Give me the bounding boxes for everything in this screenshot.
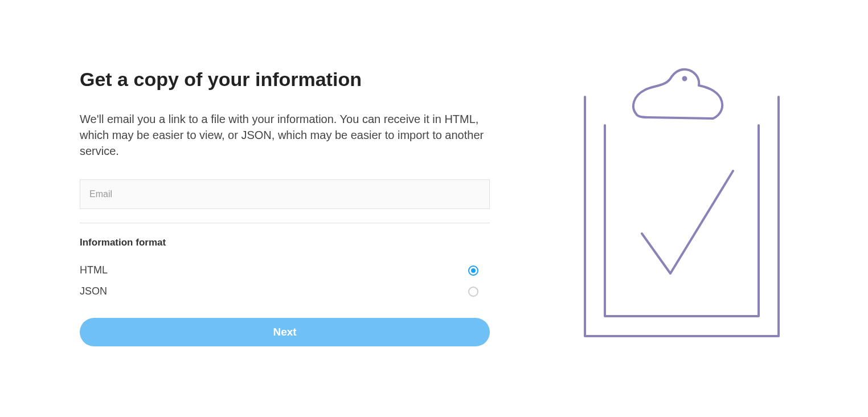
radio-unselected-icon xyxy=(468,287,478,297)
page-description: We'll email you a link to a file with yo… xyxy=(80,111,490,159)
format-section-label: Information format xyxy=(80,237,496,248)
format-option-html[interactable]: HTML xyxy=(80,260,478,281)
radio-selected-icon xyxy=(468,265,478,276)
clipboard-check-icon xyxy=(574,57,790,342)
format-option-json-label: JSON xyxy=(80,285,107,297)
format-option-html-label: HTML xyxy=(80,264,108,276)
page-title: Get a copy of your information xyxy=(80,68,496,91)
next-button[interactable]: Next xyxy=(80,318,490,346)
email-input[interactable] xyxy=(80,179,490,209)
svg-point-0 xyxy=(683,77,686,80)
format-option-json[interactable]: JSON xyxy=(80,281,478,302)
divider xyxy=(80,223,490,223)
